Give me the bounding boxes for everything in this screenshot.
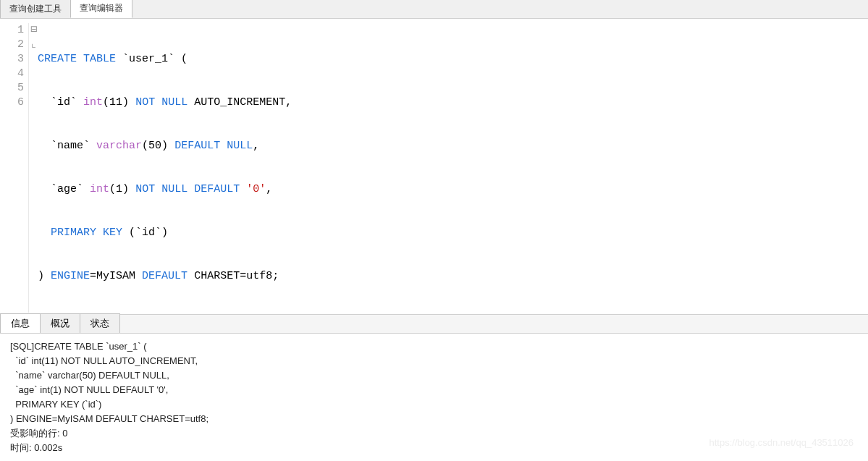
string: '0' bbox=[246, 183, 266, 195]
punct: ( bbox=[181, 53, 187, 65]
line-number: 5 bbox=[0, 81, 24, 96]
result-line: ) ENGINE=MyISAM DEFAULT CHARSET=utf8; bbox=[10, 412, 858, 426]
result-affected-rows: 受影响的行: 0 bbox=[10, 426, 858, 441]
keyword: CREATE bbox=[38, 53, 77, 65]
code-line[interactable]: CREATE TABLE `user_1` ( bbox=[38, 52, 292, 67]
code-line[interactable]: PRIMARY KEY (`id`) bbox=[38, 226, 292, 240]
result-line: `name` varchar(50) DEFAULT NULL, bbox=[10, 368, 858, 383]
tab-query-builder[interactable]: 查询创建工具 bbox=[0, 0, 71, 18]
line-number-gutter: 1 2 3 4 5 6 bbox=[0, 23, 29, 313]
result-time: 时间: 0.002s bbox=[10, 441, 858, 455]
tab-profile[interactable]: 概况 bbox=[40, 313, 80, 333]
tab-query-editor[interactable]: 查询编辑器 bbox=[70, 0, 132, 18]
type: varchar bbox=[96, 140, 142, 152]
code-line[interactable]: `id` int(11) NOT NULL AUTO_INCREMENT, bbox=[38, 96, 292, 110]
top-tabbar: 查询创建工具 查询编辑器 bbox=[0, 0, 868, 19]
fold-gutter: ⊟ ⌞ bbox=[29, 23, 38, 313]
type: int bbox=[83, 96, 103, 109]
sql-editor[interactable]: 1 2 3 4 5 6 ⊟ ⌞ CREATE TABLE `user_1` ( … bbox=[0, 19, 868, 313]
line-number: 1 bbox=[0, 23, 24, 38]
type: int bbox=[90, 183, 109, 195]
fold-toggle-icon[interactable]: ⊟ bbox=[30, 23, 38, 38]
code-line[interactable]: ) ENGINE=MyISAM DEFAULT CHARSET=utf8; bbox=[38, 269, 292, 284]
tab-info[interactable]: 信息 bbox=[0, 313, 41, 333]
fold-end-icon: ⌞ bbox=[30, 38, 38, 52]
identifier: `age` bbox=[51, 183, 83, 195]
line-number: 2 bbox=[0, 38, 24, 52]
result-pane[interactable]: [SQL]CREATE TABLE `user_1` ( `id` int(11… bbox=[0, 333, 868, 461]
code-area[interactable]: CREATE TABLE `user_1` ( `id` int(11) NOT… bbox=[38, 23, 292, 313]
result-line: `age` int(1) NOT NULL DEFAULT '0', bbox=[10, 383, 858, 397]
line-number: 3 bbox=[0, 52, 24, 67]
result-line: `id` int(11) NOT NULL AUTO_INCREMENT, bbox=[10, 354, 858, 368]
line-number: 4 bbox=[0, 67, 24, 81]
identifier: `user_1` bbox=[122, 53, 174, 65]
result-line: [SQL]CREATE TABLE `user_1` ( bbox=[10, 339, 858, 354]
line-number: 6 bbox=[0, 96, 24, 110]
code-line[interactable]: `name` varchar(50) DEFAULT NULL, bbox=[38, 139, 292, 153]
keyword: TABLE bbox=[83, 53, 116, 65]
identifier: `id` bbox=[51, 96, 77, 109]
tab-status[interactable]: 状态 bbox=[80, 313, 120, 333]
code-line[interactable]: `age` int(1) NOT NULL DEFAULT '0', bbox=[38, 182, 292, 197]
identifier: `name` bbox=[51, 140, 90, 152]
result-tabbar: 信息 概况 状态 bbox=[0, 314, 868, 333]
result-line: PRIMARY KEY (`id`) bbox=[10, 397, 858, 412]
